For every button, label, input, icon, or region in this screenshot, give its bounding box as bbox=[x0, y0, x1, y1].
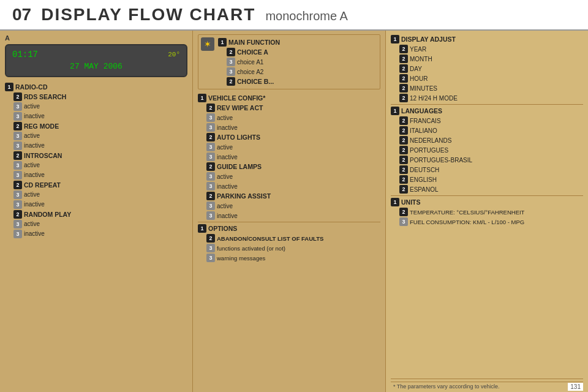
parking-assist-row: 2 PARKING ASSIST bbox=[198, 191, 380, 201]
italiano-row: 2 ITALIANO bbox=[391, 126, 583, 135]
badge-2: 2 bbox=[399, 136, 408, 145]
badge-2: 2 bbox=[227, 48, 235, 56]
rds-search-row: 2 RDS SEARCH bbox=[5, 92, 187, 102]
options-section: 1 OPTIONS 2 ABANDON/CONSULT LIST OF FAUL… bbox=[198, 224, 380, 263]
vehicle-config-label: VEHICLE CONFIG* bbox=[208, 94, 265, 102]
badge-3: 3 bbox=[227, 67, 235, 76]
abandon-row: 2 ABANDON/CONSULT LIST OF FAULTS bbox=[198, 233, 380, 243]
rev-inactive-text: inactive bbox=[217, 124, 238, 131]
italiano-label: ITALIANO bbox=[410, 127, 437, 134]
main-layout: A 01:17 20° 27 MAY 2006 1 RADIO-CD 2 RDS… bbox=[0, 31, 588, 392]
day-row: 2 DAY bbox=[391, 64, 583, 74]
year-label: YEAR bbox=[410, 46, 426, 53]
espanol-label: ESPANOL bbox=[410, 186, 439, 193]
badge-2: 2 bbox=[13, 151, 22, 160]
badge-1: 1 bbox=[198, 94, 206, 102]
display-temp: 20° bbox=[168, 50, 180, 59]
functions-row: 3 functions activated (or not) bbox=[198, 243, 380, 253]
guide-inactive-row: 3 inactive bbox=[198, 181, 380, 191]
random-inactive-row: 3 inactive bbox=[5, 229, 187, 239]
h-mode-row: 2 12 H/24 H MODE bbox=[391, 93, 583, 103]
rds-search-label: RDS SEARCH bbox=[24, 93, 66, 100]
badge-1: 1 bbox=[391, 107, 399, 115]
reg-mode-label: REG MODE bbox=[24, 123, 59, 130]
day-label: DAY bbox=[410, 66, 422, 72]
rev-active-text: active bbox=[217, 115, 233, 121]
badge-3: 3 bbox=[206, 254, 215, 262]
badge-2: 2 bbox=[227, 77, 235, 86]
badge-3: 3 bbox=[13, 230, 22, 238]
units-header: 1 UNITS bbox=[391, 197, 583, 207]
choice-a-row: 2 CHOICE A bbox=[218, 47, 280, 57]
footer-note: * The parameters vary according to vehic… bbox=[391, 382, 583, 391]
main-function-content: 1 MAIN FUNCTION 2 CHOICE A 3 choice A1 3… bbox=[218, 37, 280, 86]
badge-3: 3 bbox=[206, 123, 215, 132]
auto-active-row: 3 active bbox=[198, 142, 380, 152]
parking-assist-label: PARKING ASSIST bbox=[217, 192, 271, 200]
nederlands-row: 2 NEDERLANDS bbox=[391, 135, 583, 145]
cd-repeat-inactive-row: 3 inactive bbox=[5, 200, 187, 209]
random-inactive-text: inactive bbox=[24, 230, 45, 237]
badge-2: 2 bbox=[13, 92, 22, 101]
reg-inactive-text: inactive bbox=[24, 142, 45, 149]
reg-active-text: active bbox=[24, 132, 40, 139]
badge-2: 2 bbox=[206, 162, 215, 171]
page-header: 07 DISPLAY FLOW CHART monochrome A bbox=[0, 0, 588, 31]
cd-repeat-label: CD REPEAT bbox=[24, 181, 61, 189]
rds-inactive-text: inactive bbox=[24, 113, 45, 119]
badge-3: 3 bbox=[13, 102, 22, 111]
display-time: 01:17 bbox=[12, 49, 38, 61]
badge-2: 2 bbox=[399, 84, 408, 92]
introscan-active-text: active bbox=[24, 162, 40, 168]
deutsch-row: 2 DEUTSCH bbox=[391, 165, 583, 175]
reg-inactive-row: 3 inactive bbox=[5, 141, 187, 151]
english-row: 2 ENGLISH bbox=[391, 175, 583, 184]
badge-2: 2 bbox=[206, 104, 215, 112]
cd-repeat-row: 2 CD REPEAT bbox=[5, 180, 187, 190]
random-active-row: 3 active bbox=[5, 219, 187, 229]
rev-wipe-label: REV WIPE ACT bbox=[217, 104, 263, 111]
display-adjust-header: 1 DISPLAY ADJUST bbox=[391, 34, 583, 44]
badge-2: 2 bbox=[399, 175, 408, 184]
badge-2: 2 bbox=[399, 156, 408, 164]
guide-active-row: 3 active bbox=[198, 172, 380, 181]
badge-2: 2 bbox=[13, 210, 22, 219]
vehicle-config-section: 1 VEHICLE CONFIG* 2 REV WIPE ACT 3 activ… bbox=[198, 93, 380, 221]
badge-3: 3 bbox=[206, 143, 215, 151]
espanol-row: 2 ESPANOL bbox=[391, 184, 583, 194]
units-label: UNITS bbox=[401, 198, 421, 206]
badge-3: 3 bbox=[206, 113, 215, 122]
badge-3: 3 bbox=[206, 153, 215, 161]
introscan-label: INTROSCAN bbox=[24, 152, 62, 159]
badge-1: 1 bbox=[198, 224, 206, 233]
options-header: 1 OPTIONS bbox=[198, 224, 380, 233]
fuel-row: 3 FUEL CONSUMPTION: KM/L - L/100 - MPG bbox=[391, 217, 583, 227]
rev-wipe-row: 2 REV WIPE ACT bbox=[198, 103, 380, 113]
radio-cd-header: 1 RADIO-CD bbox=[5, 82, 187, 92]
languages-header: 1 LANGUAGES bbox=[391, 106, 583, 116]
page-number: 131 bbox=[568, 383, 583, 391]
nederlands-label: NEDERLANDS bbox=[410, 137, 451, 144]
badge-1: 1 bbox=[218, 38, 227, 47]
radio-cd-section: 1 RADIO-CD 2 RDS SEARCH 3 active 3 inact… bbox=[5, 82, 187, 239]
hour-row: 2 HOUR bbox=[391, 74, 583, 83]
vehicle-config-header: 1 VEHICLE CONFIG* bbox=[198, 93, 380, 103]
english-label: ENGLISH bbox=[410, 176, 437, 183]
francais-label: FRANCAIS bbox=[410, 118, 441, 124]
random-active-text: active bbox=[24, 221, 40, 227]
portugues-brasil-row: 2 PORTUGUES-BRASIL bbox=[391, 155, 583, 165]
right-panel-content: 1 DISPLAY ADJUST 2 YEAR 2 MONTH 2 DAY 2 bbox=[391, 34, 583, 228]
year-row: 2 YEAR bbox=[391, 44, 583, 54]
parking-active-text: active bbox=[217, 203, 233, 209]
badge-2: 2 bbox=[206, 133, 215, 141]
badge-3: 3 bbox=[13, 132, 22, 140]
deutsch-label: DEUTSCH bbox=[410, 167, 439, 173]
guide-inactive-text: inactive bbox=[217, 183, 238, 190]
badge-2: 2 bbox=[399, 45, 408, 53]
languages-section: 1 LANGUAGES 2 FRANCAIS 2 ITALIANO 2 NEDE… bbox=[391, 106, 583, 194]
badge-3: 3 bbox=[13, 161, 22, 170]
badge-2: 2 bbox=[13, 181, 22, 189]
rds-active-row: 3 active bbox=[5, 102, 187, 111]
badge-3: 3 bbox=[13, 141, 22, 150]
main-function-label: MAIN FUNCTION bbox=[228, 39, 280, 46]
